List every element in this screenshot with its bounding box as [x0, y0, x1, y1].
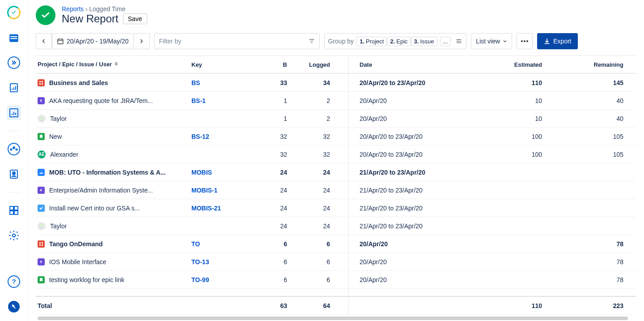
chart-report-icon[interactable] — [7, 106, 21, 120]
table-row[interactable]: Tango OnDemandTO66 — [36, 235, 348, 253]
filter-input[interactable]: Filter by — [154, 33, 320, 49]
row-logged: 32 — [291, 133, 340, 140]
total-label: Total — [36, 302, 188, 309]
horizontal-scrollbar[interactable] — [36, 315, 636, 321]
issue-key-link[interactable]: MOBIS — [191, 169, 212, 176]
row-b: 1 — [250, 115, 291, 122]
help-icon[interactable]: ? — [7, 274, 21, 289]
view-selector[interactable]: List view — [471, 33, 512, 49]
table-row[interactable]: NewBS-123232 — [36, 128, 348, 146]
more-actions-button[interactable] — [517, 33, 533, 49]
group-by-more[interactable]: ... — [440, 37, 451, 46]
issue-key-link[interactable]: BS — [191, 79, 200, 86]
issue-key-link[interactable]: MOBIS-1 — [191, 187, 217, 194]
table-row[interactable]: AKA requesting quote for JIRA/Tem...BS-1… — [36, 92, 348, 110]
row-b: 6 — [250, 276, 291, 283]
col-date[interactable]: Date — [349, 61, 474, 68]
epic-icon — [38, 258, 45, 265]
svg-point-21 — [521, 40, 523, 42]
user-icon[interactable] — [7, 167, 21, 181]
epic-icon — [38, 97, 45, 104]
group-chip-1[interactable]: 2. Epic — [387, 37, 411, 46]
next-period-button[interactable] — [134, 33, 150, 49]
sort-icon — [114, 62, 119, 68]
expand-icon[interactable] — [7, 56, 21, 70]
col-rem[interactable]: Remaining — [560, 61, 636, 68]
table-row[interactable]: MOB: UTO - Information Systems & A...MOB… — [36, 163, 348, 181]
svg-rect-26 — [39, 83, 41, 85]
svg-point-7 — [13, 146, 15, 149]
row-date: 20/Apr/20 — [349, 258, 474, 265]
col-b[interactable]: B — [250, 61, 291, 68]
row-est: 10 — [474, 115, 560, 122]
issue-key-link[interactable]: BS-1 — [191, 97, 206, 104]
gear-icon[interactable] — [7, 228, 21, 243]
svg-rect-1 — [10, 36, 17, 37]
table-row[interactable]: Taylor2424 — [36, 217, 348, 235]
row-est: 100 — [474, 133, 560, 140]
group-chip-2[interactable]: 3. Issue — [411, 37, 437, 46]
svg-point-9 — [15, 149, 17, 151]
group-by-control[interactable]: Group by 1. Project2. Epic3. Issue ... — [324, 33, 467, 49]
table-row[interactable]: Enterprise/Admin Information Syste...MOB… — [36, 181, 348, 199]
svg-rect-33 — [42, 244, 43, 246]
table-row[interactable]: testing worklog for epic linkTO-9966 — [36, 271, 348, 289]
team-icon[interactable] — [7, 142, 21, 156]
apps-icon[interactable] — [7, 203, 21, 218]
table-row[interactable]: Business and SalesBS3334 — [36, 74, 348, 92]
page-title: New Report — [62, 13, 119, 25]
row-rem: 78 — [560, 258, 636, 265]
report-icon[interactable] — [7, 81, 21, 95]
row-date: 20/Apr/20 — [349, 276, 474, 283]
save-button[interactable]: Save — [123, 13, 147, 24]
table-row[interactable]: IOS Mobile InterfaceTO-1366 — [36, 253, 348, 271]
col-project[interactable]: Project / Epic / Issue / User — [36, 61, 188, 68]
col-key[interactable]: Key — [188, 61, 250, 68]
date-range-picker[interactable]: 20/Apr/20 - 19/May/20 — [52, 33, 134, 49]
pin-icon[interactable] — [7, 300, 21, 314]
row-name: IOS Mobile Interface — [49, 258, 106, 265]
table-row[interactable]: Taylor12 — [36, 110, 348, 128]
svg-rect-12 — [10, 206, 13, 210]
row-name: Alexander — [50, 151, 78, 158]
row-b: 33 — [250, 79, 291, 86]
row-rem: 78 — [560, 240, 636, 248]
issue-key-link[interactable]: TO — [191, 240, 200, 248]
table-row[interactable]: Install new Cert into our GSA s...MOBIS-… — [36, 199, 348, 217]
export-button[interactable]: Export — [537, 33, 577, 49]
toolbar: 20/Apr/20 - 19/May/20 Filter by Group by… — [36, 33, 636, 49]
row-logged: 24 — [291, 205, 340, 212]
row-date: 21/Apr/20 to 23/Apr/20 — [349, 205, 474, 212]
calendar-icon[interactable] — [7, 30, 21, 45]
row-b: 32 — [250, 133, 291, 140]
project-icon — [38, 240, 45, 248]
report-table: Project / Epic / Issue / User Key B Logg… — [36, 56, 636, 315]
issue-key-link[interactable]: TO-99 — [191, 276, 209, 283]
prev-period-button[interactable] — [36, 33, 52, 49]
row-date: 21/Apr/20 to 23/Apr/20 — [349, 187, 474, 194]
row-name: testing worklog for epic link — [49, 276, 124, 283]
col-logged[interactable]: Logged — [291, 61, 340, 68]
row-logged: 34 — [291, 79, 340, 86]
breadcrumb-reports[interactable]: Reports — [62, 5, 84, 13]
row-logged: 6 — [291, 276, 340, 283]
group-chip-0[interactable]: 1. Project — [356, 37, 387, 46]
issue-key-link[interactable]: MOBIS-21 — [191, 205, 221, 212]
app-logo-icon[interactable] — [7, 5, 21, 20]
group-by-menu-icon[interactable] — [455, 38, 462, 44]
svg-text:?: ? — [12, 278, 16, 285]
row-date: 20/Apr/20 to 23/Apr/20 — [349, 79, 474, 86]
row-logged: 6 — [291, 240, 340, 248]
row-name: New — [49, 133, 62, 140]
svg-rect-15 — [14, 211, 18, 214]
row-rem: 40 — [560, 97, 636, 104]
col-est[interactable]: Estimated — [474, 61, 560, 68]
table-row: 20/Apr/2078 — [349, 271, 636, 289]
filter-placeholder: Filter by — [159, 38, 182, 45]
issue-key-link[interactable]: TO-13 — [191, 258, 209, 265]
table-row[interactable]: AEAlexander3232 — [36, 146, 348, 163]
row-date: 20/Apr/20 — [349, 115, 474, 122]
total-rem: 223 — [560, 302, 636, 309]
svg-rect-25 — [42, 81, 43, 82]
issue-key-link[interactable]: BS-12 — [191, 133, 209, 140]
